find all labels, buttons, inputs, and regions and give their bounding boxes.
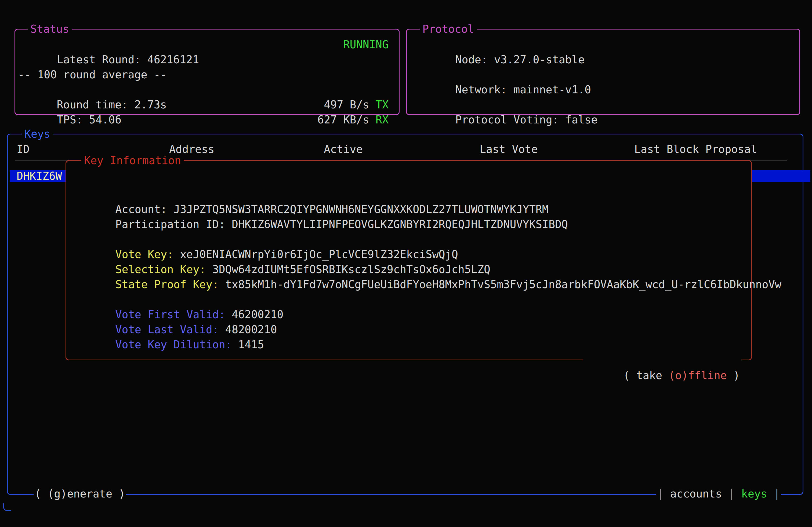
column-header-active: Active — [324, 142, 363, 157]
vote-key-dilution-value: 1415 — [238, 338, 264, 351]
take-offline-suffix: ) — [727, 369, 740, 381]
column-header-last-block-proposal: Last Block Proposal — [634, 142, 757, 157]
generate-button[interactable]: ( (g)enerate ) — [33, 486, 126, 501]
column-header-id: ID — [17, 142, 30, 157]
tps-label: TPS: — [57, 114, 83, 126]
keys-panel-title: Keys — [22, 127, 53, 140]
take-offline-hotkey: (o)ffline — [669, 369, 727, 381]
tab-keys[interactable]: keys — [741, 486, 767, 501]
tab-separator: | — [657, 486, 664, 501]
vote-key-dilution-label: Vote Key Dilution: — [115, 338, 232, 351]
tab-separator: | — [728, 486, 735, 501]
round-time-value: 2.73s — [134, 99, 166, 111]
participation-id-label: Participation ID: — [115, 218, 225, 230]
latest-round-label: Latest Round: — [57, 54, 141, 66]
rx-rate-value: 627 KB/s — [317, 114, 369, 126]
selected-key-id: DHKIZ6W — [17, 170, 62, 182]
tab-separator: | — [773, 486, 780, 501]
state-proof-key-value: tx85kM1h-dY1Fd7w7oNCgFUeUiBdFYoeH8MxPhTv… — [225, 278, 781, 291]
network-value: mainnet-v1.0 — [513, 84, 591, 96]
status-panel-title: Status — [28, 22, 72, 35]
protocol-voting-value: false — [565, 114, 597, 126]
key-information-dialog: Key Information Account:J3JPZTQ5NSW3TARR… — [66, 160, 752, 360]
round-average-header: -- 100 round average -- — [18, 67, 167, 82]
take-offline-button[interactable]: ( take (o)ffline ) — [583, 353, 741, 398]
node-version-label: Node: — [455, 54, 488, 66]
terminal-screen: Status Latest Round:46216121 RUNNING -- … — [0, 0, 812, 527]
protocol-panel-title: Protocol — [420, 22, 477, 35]
bottom-tab-bar: | accounts | keys | — [656, 486, 781, 501]
cutoff-panel-corner — [3, 503, 11, 511]
state-proof-key-label: State Proof Key: — [115, 278, 219, 291]
tps-value: 54.06 — [89, 114, 121, 126]
tab-accounts[interactable]: accounts — [670, 486, 722, 501]
participation-id-value: DHKIZ6WAVTYLIIPNFPEOVGLKZGNBYRI2RQEQJHLT… — [232, 218, 568, 230]
protocol-panel: Protocol Node:v3.27.0-stable Network:mai… — [406, 29, 800, 115]
network-label: Network: — [455, 84, 507, 96]
protocol-voting-label: Protocol Voting: — [455, 114, 559, 126]
take-offline-prefix: ( take — [624, 369, 669, 381]
column-header-last-vote: Last Vote — [480, 142, 538, 157]
vote-key-dilution-line: Vote Key Dilution:1415 — [76, 322, 264, 367]
node-version-value: v3.27.0-stable — [494, 54, 584, 66]
latest-round-value: 46216121 — [147, 54, 199, 66]
status-panel: Status Latest Round:46216121 RUNNING -- … — [14, 29, 400, 115]
rx-label: RX — [376, 114, 389, 126]
node-state-badge: RUNNING — [343, 37, 389, 52]
key-information-title: Key Information — [81, 154, 184, 167]
